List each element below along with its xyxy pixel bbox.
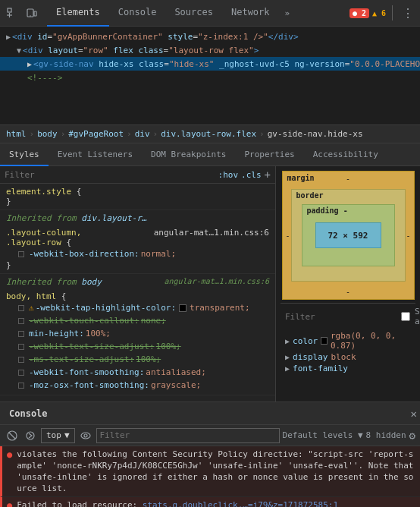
border-label: border [296, 191, 324, 200]
breadcrumb-sep-1: › [30, 129, 35, 139]
css-checkbox-textsize-webkit[interactable] [18, 344, 24, 350]
tab-sources[interactable]: Sources [165, 0, 222, 27]
color-swatch-transparent [179, 304, 186, 312]
computed-fontfamily-row: ▶ font-family [285, 364, 411, 373]
css-prop-callout[interactable]: -webkit-touch-callout: [29, 314, 139, 327]
breadcrumb-root[interactable]: #gvPageRoot [68, 129, 124, 139]
margin-top-val[interactable]: - [346, 175, 350, 183]
dom-arrow-2[interactable]: ▼ [17, 46, 21, 55]
css-selector-element-style[interactable]: element.style { [6, 187, 81, 197]
css-line-textsize-webkit: -webkit-text-size-adjust: 100%; [6, 340, 269, 353]
console-eye-icon[interactable] [78, 428, 93, 443]
css-checkbox-callout[interactable] [18, 318, 24, 324]
console-close-button[interactable]: ✕ [411, 408, 417, 420]
error-badge[interactable]: ● 2 [349, 8, 369, 18]
warning-badge[interactable]: ▲ 6 [372, 9, 386, 17]
box-content-layer[interactable]: 72 × 592 [315, 222, 381, 248]
console-preserve-log-button[interactable] [23, 428, 38, 443]
tab-elements[interactable]: Elements [47, 0, 109, 27]
resource-error-link[interactable]: stats.g.doubleclick.…=j79&z=171872585:1 [143, 500, 338, 507]
dom-line-4[interactable]: <!----> [0, 71, 420, 84]
svg-rect-4 [34, 11, 36, 16]
margin-right-val[interactable]: - [406, 231, 410, 240]
css-line-fontsmooth-moz: -moz-osx-font-smoothing: grayscale; [6, 379, 269, 392]
computed-filter-bar: Show all [281, 303, 415, 329]
css-val-callout: none; [141, 314, 166, 327]
css-checkbox-fontsmooth-moz[interactable] [18, 383, 24, 389]
css-prop-fontsmooth-moz[interactable]: -moz-osx-font-smoothing: [29, 379, 149, 392]
add-style-rule-button[interactable]: + [265, 168, 271, 181]
padding-label: padding - [307, 206, 348, 215]
css-checkbox-webkit-box[interactable] [18, 251, 24, 257]
css-prop-tap[interactable]: -webkit-tap-highlight-color: [36, 301, 176, 314]
console-levels-selector[interactable]: Default levels ▼ [283, 430, 363, 440]
console-filter-input[interactable] [96, 428, 280, 443]
css-prop-fontsmooth-webkit[interactable]: -webkit-font-smoothing: [29, 366, 144, 379]
filter-pseudo-button[interactable]: :hov [218, 170, 239, 180]
devtools-settings-icon[interactable]: ⋮ [399, 6, 417, 20]
css-line-textsize-ms: -ms-text-size-adjust: 100%; [6, 353, 269, 366]
breadcrumb-div[interactable]: div [135, 129, 150, 139]
device-toolbar-icon[interactable] [23, 4, 41, 22]
inherited-label-layout: Inherited from div.layout-r… [0, 210, 275, 225]
tab-event-listeners[interactable]: Event Listeners [49, 143, 142, 166]
dom-arrow-3[interactable]: ▶ [27, 60, 32, 68]
content-size-label: 72 × 592 [328, 231, 368, 241]
svg-rect-0 [8, 8, 11, 12]
css-prop-textsize-webkit[interactable]: -webkit-text-size-adjust: [29, 340, 155, 353]
console-settings-icon[interactable]: ⚙ [409, 430, 415, 442]
margin-bottom-val[interactable]: - [346, 288, 350, 296]
css-checkbox-textsize-ms[interactable] [18, 357, 24, 363]
css-checkbox-minheight[interactable] [18, 331, 24, 337]
console-context-selector[interactable]: top ▼ [41, 428, 75, 443]
show-all-checkbox[interactable] [401, 312, 410, 321]
svg-line-7 [9, 433, 15, 439]
filter-cls-button[interactable]: .cls [241, 170, 262, 180]
css-file-link-body[interactable]: angular-mat…1.min.css:6 [165, 277, 269, 285]
css-prop-textsize-ms[interactable]: -ms-text-size-adjust: [29, 353, 134, 366]
computed-fontfamily-arrow[interactable]: ▶ [285, 364, 290, 373]
css-block-element-style: element.style { } [0, 184, 275, 210]
breadcrumb-div-flex[interactable]: div.layout-row.flex [161, 129, 256, 139]
tab-dom-breakpoints[interactable]: DOM Breakpoints [142, 143, 235, 166]
css-file-link-layout[interactable]: angular-mat…1.min.css:6 [154, 228, 269, 247]
breadcrumb-sep-3: › [127, 129, 132, 139]
margin-left-val[interactable]: - [286, 231, 290, 240]
tab-network[interactable]: Network [222, 0, 279, 27]
computed-display-arrow[interactable]: ▶ [285, 353, 290, 361]
inherited-label-body: Inherited from body angular-mat…1.min.cs… [0, 274, 275, 288]
tab-more-button[interactable]: » [279, 0, 296, 27]
css-checkbox-fontsmooth-webkit[interactable] [18, 370, 24, 376]
computed-color-arrow[interactable]: ▶ [285, 337, 290, 345]
css-checkbox-tap[interactable] [18, 305, 24, 311]
css-selector-body[interactable]: body, html { [6, 291, 66, 301]
breadcrumb-body[interactable]: body [37, 129, 58, 139]
computed-color-name: color [293, 336, 318, 346]
breadcrumb-sep-2: › [61, 129, 66, 139]
css-selector-layout[interactable]: .layout-column,.layout-row { [6, 228, 81, 247]
tab-console[interactable]: Console [109, 0, 166, 27]
dom-line-1[interactable]: ▶ <div id="gvAppBunnerContainer" style="… [0, 30, 420, 43]
breadcrumb-sidenav[interactable]: gv-side-nav.hide-xs [268, 129, 363, 139]
tab-properties[interactable]: Properties [235, 143, 303, 166]
computed-display-value: block [331, 352, 356, 362]
inspect-element-icon[interactable] [3, 4, 21, 22]
console-clear-button[interactable] [5, 428, 20, 443]
dom-line-3[interactable]: ▶ <gv-side-nav hide-xs class="hide-xs" _… [0, 57, 420, 71]
computed-display-row: ▶ display block [285, 352, 411, 362]
tab-accessibility[interactable]: Accessibility [304, 143, 387, 166]
css-val-webkit-box: normal; [141, 247, 176, 260]
css-prop-webkit-box[interactable]: -webkit-box-direction: [29, 247, 139, 260]
css-prop-minheight[interactable]: min-height: [29, 327, 84, 340]
css-val-tap: transparent; [190, 301, 249, 314]
breadcrumb-html[interactable]: html [6, 129, 27, 139]
computed-properties: ▶ color rgba(0, 0, 0, 0.87) ▶ display bl… [281, 329, 415, 376]
tab-styles[interactable]: Styles [0, 143, 49, 166]
dom-arrow-1[interactable]: ▶ [6, 33, 11, 41]
styles-filter-bar: :hov .cls + [0, 166, 275, 184]
computed-filter-input[interactable] [285, 312, 396, 322]
styles-filter-input[interactable] [5, 170, 215, 180]
svg-point-10 [84, 434, 87, 437]
dom-line-2[interactable]: ▼ <div layout="row" flex class="layout-r… [0, 43, 420, 57]
styles-panel: :hov .cls + element.style { } Inherited … [0, 166, 276, 402]
